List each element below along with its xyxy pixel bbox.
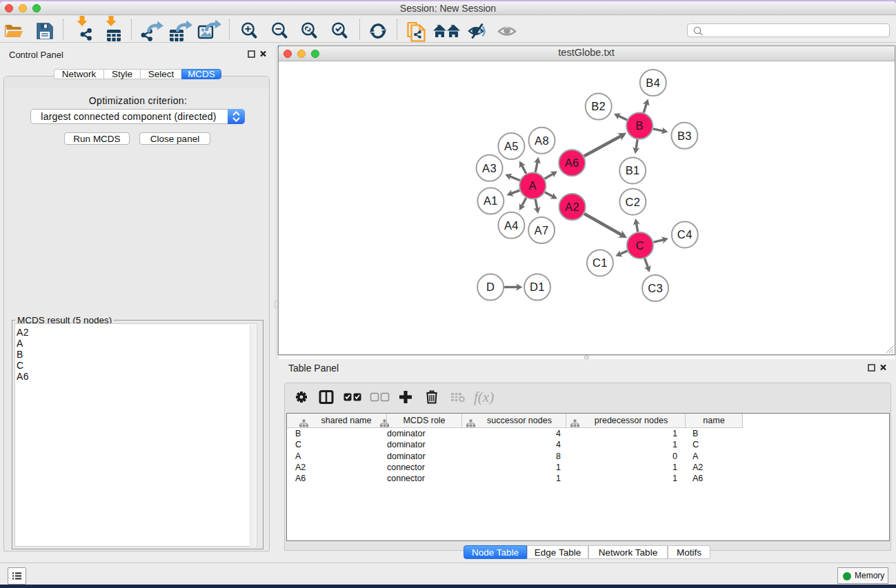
svg-text:C4: C4: [677, 228, 693, 241]
svg-text:A2: A2: [565, 201, 579, 213]
svg-text:A7: A7: [535, 224, 549, 236]
svg-text:A6: A6: [565, 156, 579, 169]
svg-text:B4: B4: [646, 77, 660, 89]
svg-text:D1: D1: [530, 281, 545, 293]
svg-text:C1: C1: [593, 256, 608, 269]
svg-text:f(x): f(x): [474, 389, 494, 405]
svg-text:B3: B3: [677, 130, 692, 142]
svg-text:A4: A4: [504, 219, 519, 232]
svg-text:C2: C2: [625, 196, 640, 208]
svg-text:B1: B1: [626, 164, 640, 176]
svg-text:D: D: [486, 281, 495, 293]
svg-text:C: C: [636, 239, 644, 252]
svg-text:A1: A1: [484, 194, 498, 207]
svg-text:B2: B2: [591, 100, 606, 112]
svg-text:C3: C3: [648, 282, 663, 294]
svg-text:B: B: [635, 119, 643, 132]
svg-text:A3: A3: [482, 162, 497, 174]
svg-text:A5: A5: [504, 140, 519, 152]
svg-text:A8: A8: [535, 134, 549, 147]
svg-text:A: A: [529, 179, 537, 192]
